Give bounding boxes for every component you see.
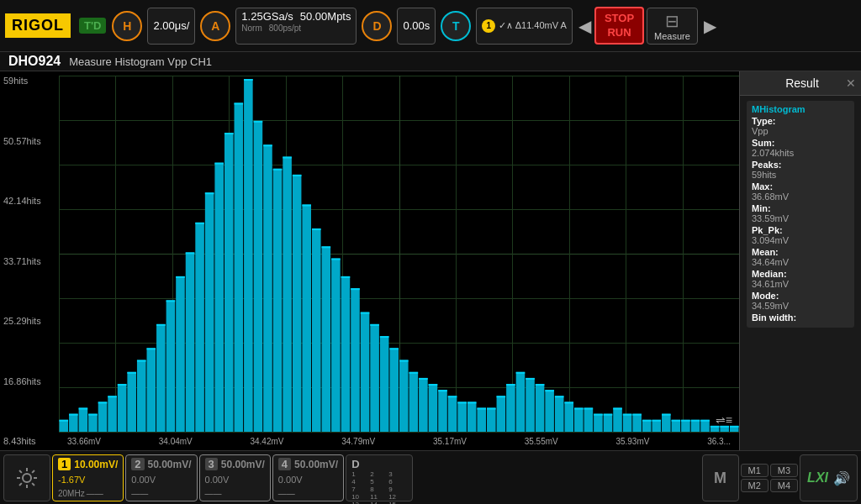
ch2-vdiv: 50.00mV/ [148,459,192,470]
mode-row: Mode: 34.59mV [752,291,849,311]
binwidth-label: Bin width: [752,312,849,323]
binwidth-row: Bin width: [752,312,849,323]
m4-button[interactable]: M4 [770,479,798,492]
stop-run-button[interactable]: STOP RUN [594,7,644,45]
scroll-icon: ⇌≡ [716,413,732,427]
pkpk-value: 3.094mV [752,235,849,245]
ch1-freq: 20MHz —— [58,489,118,498]
timebase-value: 2.00μs/ [153,19,189,32]
top-bar: RIGOL T'D H 2.00μs/ A 1.25GSa/s 50.00Mpt… [0,0,861,52]
max-value: 36.68mV [752,192,849,202]
delay-value: 0.00s [403,19,430,32]
speaker-icon: 🔊 [833,470,850,486]
digital-block[interactable]: D 123 456 789 101112 131415 [346,454,413,501]
breadcrumb: Measure Histogram Vpp CH1 [69,55,212,68]
ch1-number: 1 [58,458,71,470]
min-label: Min: [752,203,849,213]
pkpk-label: Pk_Pk: [752,225,849,235]
peaks-row: Peaks: 59hits [752,160,849,180]
trigger-segment[interactable]: 1 ✓∧ Δ11.40mV A [476,8,573,45]
a-circle: A [200,11,230,41]
y-axis-labels: 59hits50.57hits42.14hits33.71hits25.29hi… [0,71,59,450]
settings-button[interactable] [3,454,50,501]
median-value: 34.61mV [752,279,849,289]
sample-rate: 1.25GSa/s [241,10,293,23]
channel-2-block[interactable]: 2 50.00mV/ 0.00V —— [125,454,197,501]
sum-row: Sum: 2.074khits [752,138,849,158]
ch3-vdiv: 50.00mV/ [221,459,265,470]
acquire-segment[interactable]: 1.25GSa/s 50.00Mpts Norm 800ps/pt [235,8,357,45]
m1-button[interactable]: M1 [741,464,769,477]
channel-1-block[interactable]: 1 10.00mV/ -1.67V 20MHz —— [52,454,124,501]
peaks-value: 59hits [752,170,849,180]
type-label: Type: [752,116,849,126]
measure-button[interactable]: ⊟ Measure [647,8,698,45]
x-axis-labels: 33.66mV34.04mV34.42mV34.79mV35.17mV35.55… [59,432,739,450]
t-button[interactable]: T [441,11,471,41]
median-row: Median: 34.61mV [752,269,849,289]
y-label: 33.71hits [3,256,55,266]
close-result-button[interactable]: ✕ [846,76,856,90]
ch4-number: 4 [278,458,291,470]
lxi-label: LXI [807,470,828,486]
x-label: 35.55mV [525,437,558,446]
timebase-segment[interactable]: 2.00μs/ [147,8,195,45]
h-button[interactable]: H [112,11,142,41]
x-label: 34.04mV [159,437,193,446]
sum-label: Sum: [752,138,849,148]
ch2-offset: 0.00V [131,475,191,485]
x-label: 33.66mV [67,437,101,446]
td-badge[interactable]: T'D [79,18,106,34]
max-row: Max: 36.68mV [752,181,849,202]
h-circle: H [112,11,142,41]
y-label: 16.86hits [3,376,55,386]
y-label: 8.43hits [3,436,55,446]
max-label: Max: [752,181,849,192]
delay-segment[interactable]: 0.00s [397,8,436,45]
math-label: M [714,470,726,487]
min-row: Min: 33.59mV [752,203,849,223]
mode-value: 34.59mV [752,301,849,311]
math-button[interactable]: M [702,454,739,501]
x-label: 35.93mV [615,437,649,446]
svg-point-0 [23,474,31,482]
type-row: Type: Vpp [752,116,849,136]
x-label: 36.3... [707,437,731,446]
channel-3-block[interactable]: 3 50.00mV/ 0.00V —— [199,454,271,501]
memory-buttons: M1 M3 M2 M4 [741,464,799,492]
acq-mode: Norm [241,24,261,33]
d-circle: D [362,11,392,41]
pkpk-row: Pk_Pk: 3.094mV [752,225,849,245]
title-bar: DHO924 Measure Histogram Vpp CH1 [0,52,861,71]
median-label: Median: [752,269,849,279]
acq-pts: 800ps/pt [269,24,301,33]
trigger-delta: ✓∧ Δ11.40mV A [499,20,567,31]
result-content: MHistogram Type: Vpp Sum: 2.074khits Pea… [740,96,861,450]
histogram-chart [59,76,739,432]
x-label: 35.17mV [433,437,467,446]
ch3-number: 3 [205,458,218,470]
d-button[interactable]: D [362,11,392,41]
digital-label: D [351,458,359,470]
m2-button[interactable]: M2 [741,479,769,492]
lxi-block[interactable]: LXI 🔊 [800,454,858,501]
result-panel: Result ✕ MHistogram Type: Vpp Sum: 2.074… [739,71,861,450]
ch1-offset: -1.67V [58,475,118,485]
result-header: Result ✕ [740,71,861,96]
m3-button[interactable]: M3 [770,464,798,477]
ch2-number: 2 [131,458,144,470]
channel-4-block[interactable]: 4 50.00mV/ 0.00V —— [272,454,344,501]
measure-label: Measure [654,31,690,41]
nav-left-arrow[interactable]: ◀ [575,16,594,36]
chart-area: 59hits50.57hits42.14hits33.71hits25.29hi… [0,71,739,450]
y-label: 59hits [3,76,55,86]
nav-right-arrow[interactable]: ▶ [700,16,720,36]
type-value: Vpp [752,126,849,136]
main-content: 59hits50.57hits42.14hits33.71hits25.29hi… [0,71,861,450]
a-button[interactable]: A [200,11,230,41]
rigol-logo: RIGOL [5,13,71,38]
model-title: DHO924 [8,54,61,69]
x-label: 34.42mV [250,437,283,446]
y-label: 25.29hits [3,316,55,326]
mean-row: Mean: 34.64mV [752,247,849,267]
